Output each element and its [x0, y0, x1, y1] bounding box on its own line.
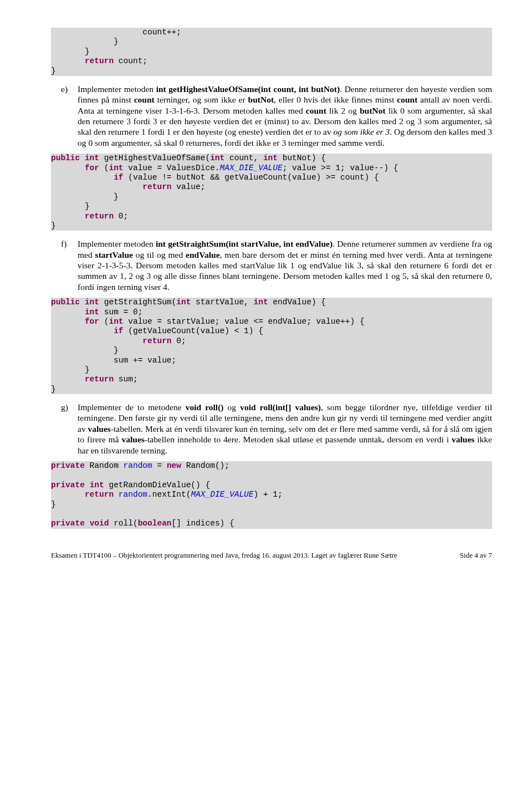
paragraph-f: f) Implementer metoden int getStraightSu… — [78, 238, 492, 292]
footer-left: Eksamen i TDT4100 – Objektorientert prog… — [51, 551, 397, 560]
code-block-getstraight: public int getStraightSum(int startValue… — [51, 298, 492, 394]
paragraph-g: g) Implementer de to metodene void roll(… — [78, 402, 492, 456]
footer-page-number: Side 4 av 7 — [460, 551, 492, 560]
list-letter-f: f) — [61, 238, 75, 249]
list-letter-g: g) — [61, 402, 75, 412]
code-block-roll: private Random random = new Random(); pr… — [51, 461, 492, 529]
code-block-gethighest: public int getHighestValueOfSame(int cou… — [51, 154, 492, 231]
paragraph-e: e) Implementer metoden int getHighestVal… — [78, 84, 492, 148]
page-footer: Eksamen i TDT4100 – Objektorientert prog… — [51, 551, 492, 560]
list-letter-e: e) — [61, 84, 75, 94]
code-block-count: count++; } } return count; } — [51, 28, 492, 76]
